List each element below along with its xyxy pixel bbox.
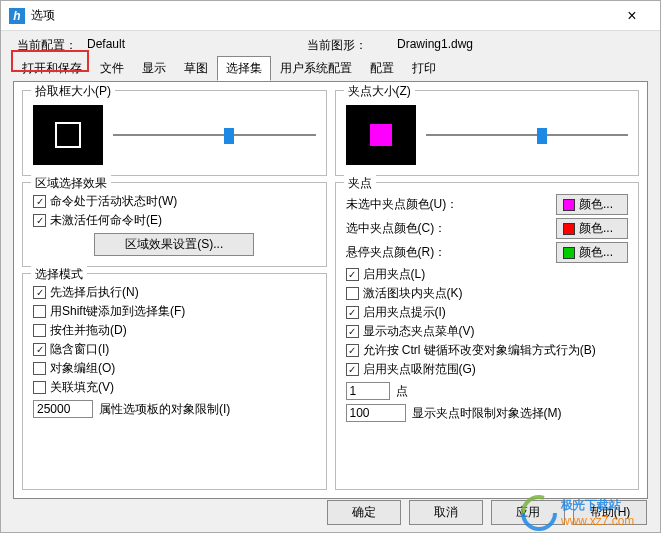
chk-object-group[interactable] — [33, 362, 46, 375]
tab-open-save[interactable]: 打开和保存 — [13, 56, 91, 81]
chk-cmd-inactive-label: 未激活任何命令时(E) — [50, 212, 162, 229]
gripsize-slider[interactable] — [426, 125, 629, 145]
tab-print[interactable]: 打印 — [403, 56, 445, 81]
chk-enable-grips[interactable]: ✓ — [346, 268, 359, 281]
chk-assoc-hatch[interactable] — [33, 381, 46, 394]
left-column: 拾取框大小(P) 区域选择效果 ✓命令处于活动状态时(W) ✓未激活任何命令时(… — [22, 90, 327, 490]
area-effect-title: 区域选择效果 — [31, 175, 111, 192]
gripsize-preview — [346, 105, 416, 165]
sel-color-button[interactable]: 颜色... — [556, 218, 628, 239]
grip-limit-label: 显示夹点时限制对象选择(M) — [412, 405, 562, 422]
chk-shift-add[interactable] — [33, 305, 46, 318]
prop-limit-input[interactable] — [33, 400, 93, 418]
chk-block-grips[interactable] — [346, 287, 359, 300]
chk-enable-grips-label: 启用夹点(L) — [363, 266, 426, 283]
titlebar: h 选项 × — [1, 1, 660, 31]
chk-shift-add-label: 用Shift键添加到选择集(F) — [50, 303, 185, 320]
pickbox-preview — [33, 105, 103, 165]
chk-grip-tips-label: 启用夹点提示(I) — [363, 304, 446, 321]
current-config-label: 当前配置： — [17, 37, 87, 54]
help-button[interactable]: 帮助(H) — [573, 500, 647, 525]
current-config-value: Default — [87, 37, 307, 54]
right-column: 夹点大小(Z) 夹点 未选中夹点颜色(U)： 颜色... 选中夹点颜色(C)： … — [335, 90, 640, 490]
chk-object-group-label: 对象编组(O) — [50, 360, 115, 377]
cancel-button[interactable]: 取消 — [409, 500, 483, 525]
area-effect-group: 区域选择效果 ✓命令处于活动状态时(W) ✓未激活任何命令时(E) 区域效果设置… — [22, 182, 327, 267]
hover-color-label: 悬停夹点颜色(R)： — [346, 244, 447, 261]
chk-dyn-menu-label: 显示动态夹点菜单(V) — [363, 323, 475, 340]
grips-group: 夹点 未选中夹点颜色(U)： 颜色... 选中夹点颜色(C)： 颜色... 悬停… — [335, 182, 640, 490]
tab-strip: 打开和保存 文件 显示 草图 选择集 用户系统配置 配置 打印 — [1, 56, 660, 81]
chk-cmd-inactive[interactable]: ✓ — [33, 214, 46, 227]
tab-selection[interactable]: 选择集 — [217, 56, 271, 81]
chk-implied-window[interactable]: ✓ — [33, 343, 46, 356]
chk-grip-tips[interactable]: ✓ — [346, 306, 359, 319]
chk-noun-verb-label: 先选择后执行(N) — [50, 284, 139, 301]
gripsize-group: 夹点大小(Z) — [335, 90, 640, 176]
swatch-red — [563, 223, 575, 235]
chk-assoc-hatch-label: 关联填充(V) — [50, 379, 114, 396]
select-mode-title: 选择模式 — [31, 266, 87, 283]
chk-press-drag[interactable] — [33, 324, 46, 337]
chk-dyn-menu[interactable]: ✓ — [346, 325, 359, 338]
chk-implied-window-label: 隐含窗口(I) — [50, 341, 109, 358]
chk-noun-verb[interactable]: ✓ — [33, 286, 46, 299]
sel-color-label: 选中夹点颜色(C)： — [346, 220, 447, 237]
chk-cmd-active[interactable]: ✓ — [33, 195, 46, 208]
current-drawing-value: Drawing1.dwg — [397, 37, 473, 54]
grips-title: 夹点 — [344, 175, 376, 192]
pickbox-slider[interactable] — [113, 125, 316, 145]
chk-cmd-active-label: 命令处于活动状态时(W) — [50, 193, 177, 210]
current-drawing-label: 当前图形： — [307, 37, 397, 54]
tab-user-prefs[interactable]: 用户系统配置 — [271, 56, 361, 81]
chk-grip-snap-label: 启用夹点吸附范围(G) — [363, 361, 476, 378]
hover-color-button[interactable]: 颜色... — [556, 242, 628, 263]
chk-ctrl-cycle[interactable]: ✓ — [346, 344, 359, 357]
pickbox-group: 拾取框大小(P) — [22, 90, 327, 176]
chk-block-grips-label: 激活图块内夹点(K) — [363, 285, 463, 302]
tab-config[interactable]: 配置 — [361, 56, 403, 81]
swatch-green — [563, 247, 575, 259]
app-icon: h — [9, 8, 25, 24]
tab-sketch[interactable]: 草图 — [175, 56, 217, 81]
tab-panel: 拾取框大小(P) 区域选择效果 ✓命令处于活动状态时(W) ✓未激活任何命令时(… — [13, 81, 648, 499]
grip-limit-input[interactable] — [346, 404, 406, 422]
pickbox-title: 拾取框大小(P) — [31, 83, 115, 100]
pts-input[interactable] — [346, 382, 390, 400]
footer: 确定 取消 应用 帮助(H) — [327, 500, 647, 525]
pts-label: 点 — [396, 383, 408, 400]
unsel-color-label: 未选中夹点颜色(U)： — [346, 196, 459, 213]
tab-display[interactable]: 显示 — [133, 56, 175, 81]
close-button[interactable]: × — [612, 7, 652, 25]
area-settings-button[interactable]: 区域效果设置(S)... — [94, 233, 254, 256]
chk-press-drag-label: 按住并拖动(D) — [50, 322, 127, 339]
select-mode-group: 选择模式 ✓先选择后执行(N) 用Shift键添加到选择集(F) 按住并拖动(D… — [22, 273, 327, 490]
gripsize-title: 夹点大小(Z) — [344, 83, 415, 100]
window-title: 选项 — [31, 7, 612, 24]
unsel-color-button[interactable]: 颜色... — [556, 194, 628, 215]
options-dialog: h 选项 × 当前配置： Default 当前图形： Drawing1.dwg … — [0, 0, 661, 533]
tab-file[interactable]: 文件 — [91, 56, 133, 81]
swatch-magenta — [563, 199, 575, 211]
ok-button[interactable]: 确定 — [327, 500, 401, 525]
prop-limit-label: 属性选项板的对象限制(I) — [99, 401, 230, 418]
apply-button[interactable]: 应用 — [491, 500, 565, 525]
chk-grip-snap[interactable]: ✓ — [346, 363, 359, 376]
info-row: 当前配置： Default 当前图形： Drawing1.dwg — [1, 31, 660, 56]
chk-ctrl-cycle-label: 允许按 Ctrl 键循环改变对象编辑方式行为(B) — [363, 342, 596, 359]
